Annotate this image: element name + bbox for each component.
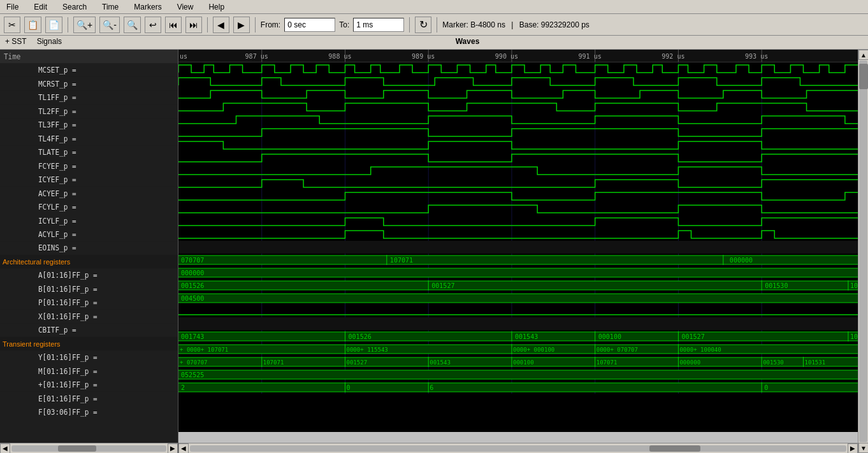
svg-text:Architectural registers: Architectural registers	[3, 258, 70, 266]
svg-rect-12	[0, 132, 178, 145]
vscroll-up-btn[interactable]: ▲	[858, 50, 868, 60]
prev-button[interactable]: ◀	[213, 17, 229, 33]
tab-signals[interactable]: Signals	[32, 36, 67, 49]
left-hscroll-left[interactable]: ◀	[0, 443, 10, 454]
tab-sst[interactable]: + SST	[0, 36, 32, 49]
svg-text:0000+ 100040: 0000+ 100040	[679, 347, 721, 353]
time-ruler: us 987 us 988 us 989 us 990 us 991 us 99…	[178, 50, 858, 62]
svg-rect-8	[0, 104, 178, 118]
menu-time[interactable]: Time	[98, 1, 122, 13]
svg-text:F[03:06]FF_p =: F[03:06]FF_p =	[38, 408, 98, 417]
svg-rect-40	[0, 323, 178, 336]
svg-text:P[01:16]FF_p =: P[01:16]FF_p =	[38, 298, 98, 307]
svg-text:M[01:16]FF_p =: M[01:16]FF_p =	[38, 366, 98, 375]
svg-rect-155	[178, 383, 858, 392]
svg-text:000000: 000000	[181, 270, 204, 277]
vscroll-track[interactable]	[859, 61, 867, 442]
svg-rect-18	[0, 173, 178, 186]
svg-text:TL3FF_p =: TL3FF_p =	[38, 120, 76, 129]
svg-text:0000+ 000100: 0000+ 000100	[513, 347, 554, 353]
menu-bar: File Edit Search Time Markers View Help	[0, 0, 868, 14]
copy-button[interactable]: 📋	[24, 17, 41, 33]
svg-text:MCRST_p =: MCRST_p =	[38, 80, 76, 89]
svg-text:004500: 004500	[181, 295, 204, 302]
svg-text:990 us: 990 us	[495, 53, 518, 60]
svg-text:ACYLF_p =: ACYLF_p =	[38, 230, 76, 239]
svg-text:X[01:16]FF_p =: X[01:16]FF_p =	[38, 312, 98, 320]
svg-rect-90	[178, 281, 858, 290]
tab-waves[interactable]: Waves	[451, 36, 485, 49]
left-hscroll-right[interactable]: ▶	[168, 443, 178, 454]
svg-text:001743: 001743	[181, 333, 204, 340]
zoom-out-button[interactable]: 🔍-	[99, 17, 120, 33]
svg-rect-2	[0, 63, 178, 76]
fwd-button[interactable]: ▶	[233, 17, 250, 33]
svg-rect-16	[0, 159, 178, 173]
svg-text:101531: 101531	[805, 359, 826, 366]
menu-help[interactable]: Help	[205, 1, 228, 13]
svg-text:052525: 052525	[181, 371, 204, 378]
vertical-scrollbar[interactable]: ▲ ▼	[858, 50, 868, 453]
vscroll-thumb[interactable]	[859, 64, 868, 89]
hscroll-track[interactable]	[190, 445, 846, 452]
next-marker-button[interactable]: ⏭	[185, 17, 202, 33]
svg-rect-26	[0, 227, 178, 241]
menu-view[interactable]: View	[173, 1, 198, 13]
svg-text:FCYLF_p =: FCYLF_p =	[38, 203, 76, 212]
base-info: Base: 992329200 ps	[519, 20, 590, 29]
svg-text:001527: 001527	[346, 359, 367, 366]
svg-rect-104	[178, 317, 858, 330]
refresh-button[interactable]: ↻	[415, 17, 431, 33]
svg-text:TLATE_p =: TLATE_p =	[38, 148, 76, 157]
svg-text:E[01:16]FF_p =: E[01:16]FF_p =	[38, 394, 98, 403]
hscroll-thumb[interactable]	[649, 445, 700, 452]
left-hscroll-track[interactable]	[11, 445, 166, 452]
zoom-in-button[interactable]: 🔍+	[73, 17, 96, 33]
menu-edit[interactable]: Edit	[30, 1, 51, 13]
svg-text:001526: 001526	[349, 333, 372, 340]
svg-text:+ 070707: + 070707	[180, 359, 208, 366]
svg-text:989 us: 989 us	[412, 53, 435, 60]
svg-text:us: us	[180, 53, 187, 60]
svg-text:6: 6	[430, 384, 433, 391]
menu-markers[interactable]: Markers	[130, 1, 165, 13]
svg-text:ICYEF_p =: ICYEF_p =	[38, 175, 76, 184]
cut-button[interactable]: ✂	[4, 17, 20, 33]
svg-rect-86	[178, 268, 858, 277]
svg-rect-4	[0, 77, 178, 90]
undo-button[interactable]: ↩	[145, 17, 161, 33]
separator-2	[207, 17, 208, 32]
svg-rect-78	[178, 255, 858, 264]
vscroll-down-btn[interactable]: ▼	[858, 443, 868, 453]
menu-file[interactable]: File	[3, 1, 22, 13]
toolbar: ✂ 📋 📄 🔍+ 🔍- 🔍 ↩ ⏮ ⏭ ◀ ▶ From: To: ↻ Mark…	[0, 14, 868, 36]
svg-text:001527: 001527	[431, 282, 454, 289]
svg-text:993 us: 993 us	[745, 53, 768, 60]
svg-text:001543: 001543	[430, 359, 451, 366]
paste-button[interactable]: 📄	[45, 17, 62, 33]
svg-text:001530: 001530	[765, 282, 788, 289]
waveform-display[interactable]: 070707 107071 000000 000000	[178, 62, 858, 443]
separator-pipe: |	[509, 20, 516, 29]
svg-rect-100	[178, 294, 858, 303]
svg-text:10: 10	[850, 282, 858, 289]
from-input[interactable]	[284, 18, 335, 32]
left-hscroll-thumb[interactable]	[58, 445, 96, 452]
zoom-fit-button[interactable]: 🔍	[124, 17, 141, 33]
hscroll-right-btn[interactable]: ▶	[848, 443, 858, 454]
svg-text:070707: 070707	[181, 257, 204, 264]
hscroll-left-btn[interactable]: ◀	[178, 443, 189, 454]
svg-text:000100: 000100	[598, 333, 621, 340]
svg-rect-151	[178, 370, 858, 379]
horizontal-scrollbar[interactable]: ◀ ▶	[178, 443, 858, 453]
prev-marker-button[interactable]: ⏮	[165, 17, 182, 33]
menu-search[interactable]: Search	[59, 1, 90, 13]
svg-text:Y[01:16]FF_p =: Y[01:16]FF_p =	[38, 353, 98, 362]
svg-text:001527: 001527	[681, 333, 704, 340]
svg-text:001530: 001530	[763, 359, 784, 366]
from-label: From:	[261, 20, 280, 29]
svg-text:0: 0	[764, 384, 768, 391]
svg-text:TL1FF_p =: TL1FF_p =	[38, 93, 76, 102]
to-input[interactable]	[353, 18, 404, 32]
svg-text:ACYEF_p =: ACYEF_p =	[38, 189, 76, 198]
